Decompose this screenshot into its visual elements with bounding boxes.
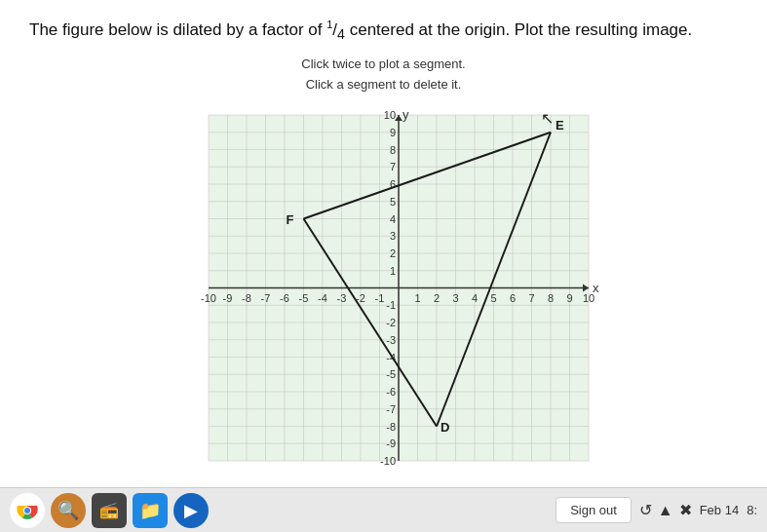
instruction-line2: Click a segment to delete it. bbox=[29, 75, 738, 95]
sign-out-button[interactable]: Sign out bbox=[556, 497, 632, 523]
graph-container[interactable] bbox=[29, 100, 738, 480]
time-display: 8: bbox=[747, 503, 757, 517]
instruction-line1: Click twice to plot a segment. bbox=[29, 55, 738, 75]
main-content: The figure below is dilated by a factor … bbox=[0, 0, 767, 497]
files-icon[interactable]: 🔍 bbox=[51, 493, 86, 528]
instructions: Click twice to plot a segment. Click a s… bbox=[29, 55, 738, 95]
chrome-icon[interactable] bbox=[10, 493, 45, 528]
taskbar-status: ↺ ▲ ✖ bbox=[639, 501, 692, 519]
problem-statement: The figure below is dilated by a factor … bbox=[29, 18, 738, 45]
problem-text-after: centered at the origin. Plot the resulti… bbox=[350, 20, 693, 39]
accessibility-icon[interactable]: ▲ bbox=[658, 502, 673, 519]
taskbar-right: Sign out ↺ ▲ ✖ Feb 14 8: bbox=[556, 497, 757, 523]
monitor-icon[interactable]: 📻 bbox=[92, 493, 127, 528]
svg-point-2 bbox=[24, 508, 30, 513]
taskbar: 🔍 📻 📁 ▶ Sign out ↺ ▲ ✖ Feb 14 8: bbox=[0, 487, 767, 532]
folder-icon[interactable]: 📁 bbox=[133, 493, 168, 528]
battery-icon[interactable]: ✖ bbox=[679, 501, 692, 519]
play-icon[interactable]: ▶ bbox=[173, 493, 209, 528]
fraction: 1/4 bbox=[326, 20, 345, 39]
taskbar-icons: 🔍 📻 📁 ▶ bbox=[10, 493, 209, 528]
date-display: Feb 14 bbox=[700, 503, 739, 517]
wifi-icon[interactable]: ↺ bbox=[639, 501, 652, 519]
problem-text-before: The figure below is dilated by a factor … bbox=[29, 20, 326, 39]
coordinate-graph[interactable] bbox=[160, 100, 608, 480]
